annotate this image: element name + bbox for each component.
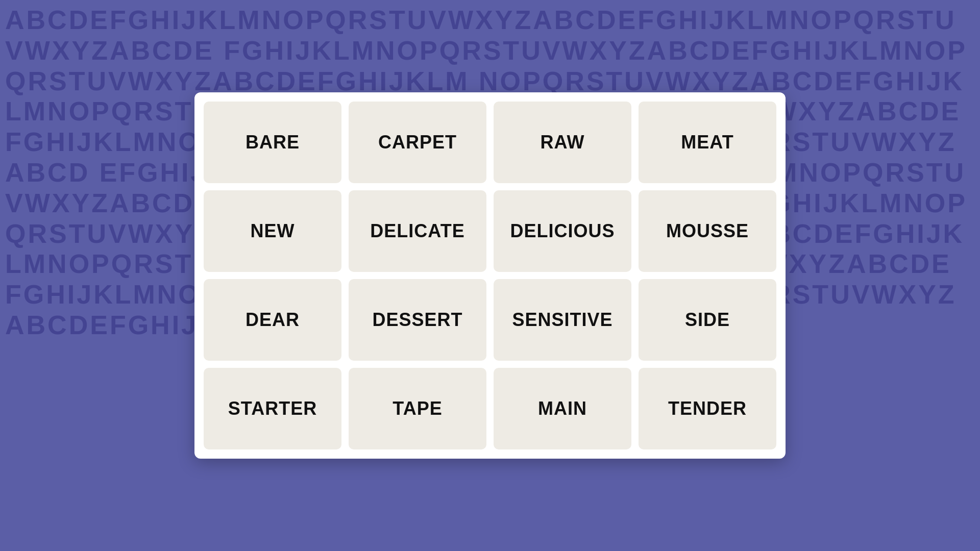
word-card-delicious[interactable]: DELICIOUS [494, 190, 631, 272]
word-card-main[interactable]: MAIN [494, 368, 631, 449]
word-label: DELICIOUS [510, 220, 615, 242]
word-label: TENDER [668, 398, 747, 419]
word-grid: BARECARPETRAWMEATNEWDELICATEDELICIOUSMOU… [194, 92, 786, 459]
word-label: MAIN [538, 398, 587, 419]
word-label: TAPE [393, 398, 442, 419]
word-label: STARTER [228, 398, 317, 419]
word-card-carpet[interactable]: CARPET [349, 102, 486, 183]
word-label: DEAR [246, 309, 300, 331]
word-card-tape[interactable]: TAPE [349, 368, 486, 449]
word-label: BARE [246, 132, 300, 153]
word-card-mousse[interactable]: MOUSSE [639, 190, 776, 272]
word-card-meat[interactable]: MEAT [639, 102, 776, 183]
word-card-dear[interactable]: DEAR [204, 279, 341, 361]
word-card-dessert[interactable]: DESSERT [349, 279, 486, 361]
word-card-new[interactable]: NEW [204, 190, 341, 272]
word-card-side[interactable]: SIDE [639, 279, 776, 361]
word-card-sensitive[interactable]: SENSITIVE [494, 279, 631, 361]
word-label: MOUSSE [666, 220, 749, 242]
word-label: CARPET [378, 132, 457, 153]
word-label: MEAT [681, 132, 733, 153]
word-label: SENSITIVE [512, 309, 612, 331]
word-label: NEW [251, 220, 295, 242]
word-card-tender[interactable]: TENDER [639, 368, 776, 449]
word-label: DESSERT [372, 309, 462, 331]
word-card-starter[interactable]: STARTER [204, 368, 341, 449]
word-card-bare[interactable]: BARE [204, 102, 341, 183]
word-card-delicate[interactable]: DELICATE [349, 190, 486, 272]
word-label: SIDE [685, 309, 730, 331]
word-label: DELICATE [370, 220, 464, 242]
word-label: RAW [541, 132, 585, 153]
word-card-raw[interactable]: RAW [494, 102, 631, 183]
